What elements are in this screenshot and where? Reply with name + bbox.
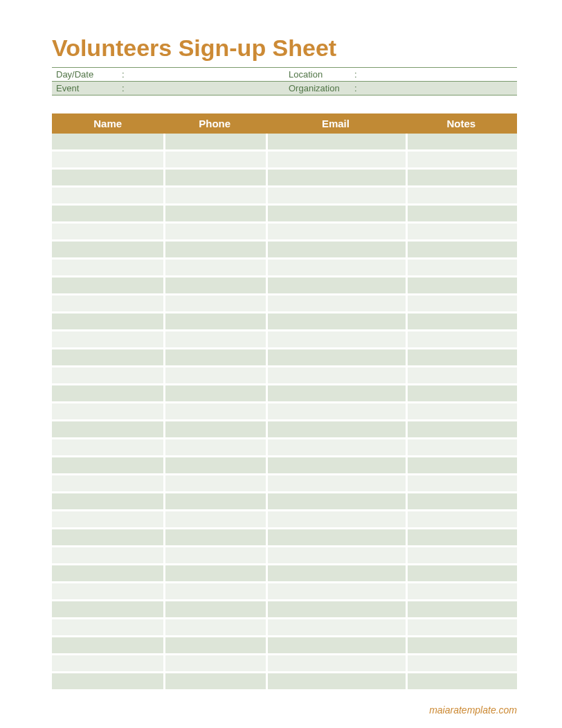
cell-notes: [406, 655, 517, 671]
cell-email: [266, 349, 406, 365]
cell-phone: [163, 673, 266, 689]
cell-email: [266, 295, 406, 311]
cell-phone: [163, 439, 266, 455]
header-name: Name: [52, 113, 163, 134]
info-label-event: Event: [56, 83, 122, 93]
table-row: [52, 206, 517, 221]
cell-name: [52, 547, 163, 563]
cell-notes: [406, 385, 517, 401]
cell-notes: [406, 583, 517, 599]
cell-email: [266, 619, 406, 635]
table-row: [52, 457, 517, 473]
info-label-organization: Organization: [289, 83, 354, 93]
cell-notes: [406, 277, 517, 293]
cell-email: [266, 206, 406, 221]
cell-email: [266, 511, 406, 527]
cell-name: [52, 583, 163, 599]
cell-phone: [163, 583, 266, 599]
cell-email: [266, 170, 406, 185]
table-row: [52, 637, 517, 653]
cell-email: [266, 493, 406, 509]
info-colon: :: [122, 83, 125, 93]
cell-notes: [406, 439, 517, 455]
cell-phone: [163, 170, 266, 185]
cell-phone: [163, 457, 266, 473]
signup-table: Name Phone Email Notes: [52, 113, 517, 689]
cell-notes: [406, 547, 517, 563]
info-event: Event :: [52, 82, 284, 95]
cell-email: [266, 601, 406, 617]
cell-notes: [406, 475, 517, 491]
cell-notes: [406, 313, 517, 329]
cell-notes: [406, 170, 517, 185]
cell-email: [266, 565, 406, 581]
cell-notes: [406, 421, 517, 437]
table-row: [52, 403, 517, 419]
info-label-location: Location: [289, 69, 354, 80]
table-row: [52, 331, 517, 347]
cell-email: [266, 439, 406, 455]
cell-email: [266, 224, 406, 239]
page-title: Volunteers Sign-up Sheet: [52, 35, 517, 62]
info-label-daydate: Day/Date: [56, 69, 122, 80]
cell-phone: [163, 619, 266, 635]
cell-notes: [406, 295, 517, 311]
cell-email: [266, 529, 406, 545]
cell-phone: [163, 601, 266, 617]
cell-email: [266, 277, 406, 293]
cell-name: [52, 619, 163, 635]
cell-notes: [406, 188, 517, 203]
cell-email: [266, 637, 406, 653]
cell-notes: [406, 331, 517, 347]
cell-name: [52, 475, 163, 491]
info-colon: :: [354, 83, 357, 93]
table-body: [52, 134, 517, 689]
cell-phone: [163, 367, 266, 383]
cell-email: [266, 313, 406, 329]
table-header-row: Name Phone Email Notes: [52, 113, 517, 134]
cell-phone: [163, 313, 266, 329]
cell-notes: [406, 206, 517, 221]
cell-phone: [163, 511, 266, 527]
cell-phone: [163, 529, 266, 545]
cell-name: [52, 224, 163, 239]
cell-email: [266, 188, 406, 203]
cell-email: [266, 134, 406, 149]
cell-phone: [163, 188, 266, 203]
cell-name: [52, 134, 163, 149]
info-colon: :: [354, 69, 357, 80]
cell-phone: [163, 565, 266, 581]
table-row: [52, 134, 517, 149]
table-row: [52, 619, 517, 635]
cell-phone: [163, 547, 266, 563]
info-row-1: Day/Date : Location :: [52, 67, 517, 81]
cell-phone: [163, 295, 266, 311]
cell-phone: [163, 206, 266, 221]
cell-notes: [406, 457, 517, 473]
cell-name: [52, 277, 163, 293]
cell-name: [52, 601, 163, 617]
cell-phone: [163, 242, 266, 257]
table-row: [52, 439, 517, 455]
info-location: Location :: [284, 68, 517, 81]
cell-notes: [406, 511, 517, 527]
table-row: [52, 295, 517, 311]
table-row: [52, 493, 517, 509]
cell-name: [52, 457, 163, 473]
cell-notes: [406, 673, 517, 689]
table-row: [52, 152, 517, 167]
table-row: [52, 547, 517, 563]
cell-email: [266, 583, 406, 599]
cell-notes: [406, 367, 517, 383]
cell-name: [52, 170, 163, 185]
table-row: [52, 188, 517, 203]
cell-phone: [163, 637, 266, 653]
table-row: [52, 421, 517, 437]
cell-name: [52, 331, 163, 347]
cell-phone: [163, 224, 266, 239]
cell-name: [52, 313, 163, 329]
cell-name: [52, 637, 163, 653]
table-row: [52, 673, 517, 689]
header-notes: Notes: [406, 113, 517, 134]
cell-email: [266, 655, 406, 671]
